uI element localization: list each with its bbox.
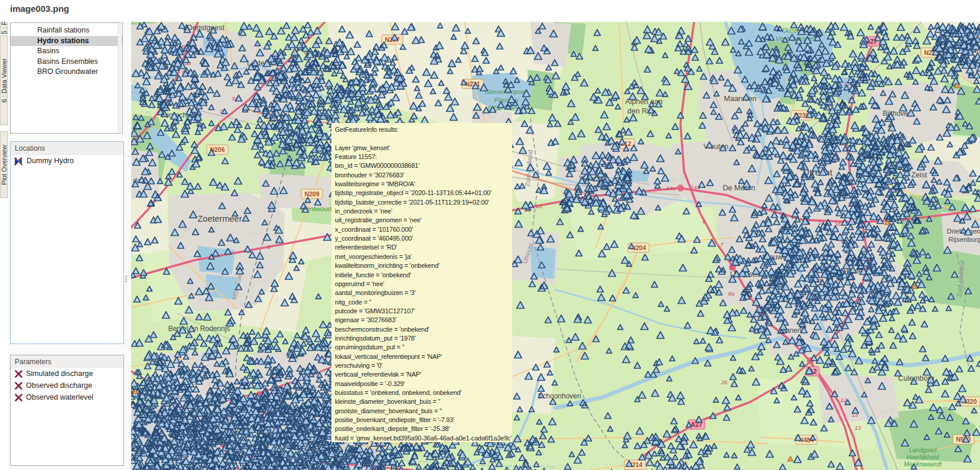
svg-text:7: 7: [720, 241, 724, 248]
svg-text:Landgoed: Landgoed: [909, 446, 937, 453]
svg-text:Oegstgeest: Oegstgeest: [187, 24, 224, 32]
svg-text:Maarssen: Maarssen: [724, 95, 757, 103]
svg-text:8: 8: [267, 244, 271, 250]
svg-text:26: 26: [721, 379, 728, 385]
svg-text:Heerlijkheid: Heerlijkheid: [907, 453, 940, 461]
svg-text:N209: N209: [304, 190, 319, 197]
svg-text:Rijsenburg: Rijsenburg: [949, 236, 980, 243]
svg-text:Zeist: Zeist: [911, 171, 927, 179]
svg-text:Mariënwaerdt: Mariënwaerdt: [904, 461, 942, 468]
svg-text:13: 13: [536, 203, 542, 209]
svg-text:14a: 14a: [666, 185, 676, 192]
svg-text:Schoonhoven: Schoonhoven: [538, 392, 581, 400]
svg-text:6: 6: [702, 218, 706, 225]
svg-text:13: 13: [855, 424, 861, 431]
svg-text:8a: 8a: [728, 290, 735, 297]
